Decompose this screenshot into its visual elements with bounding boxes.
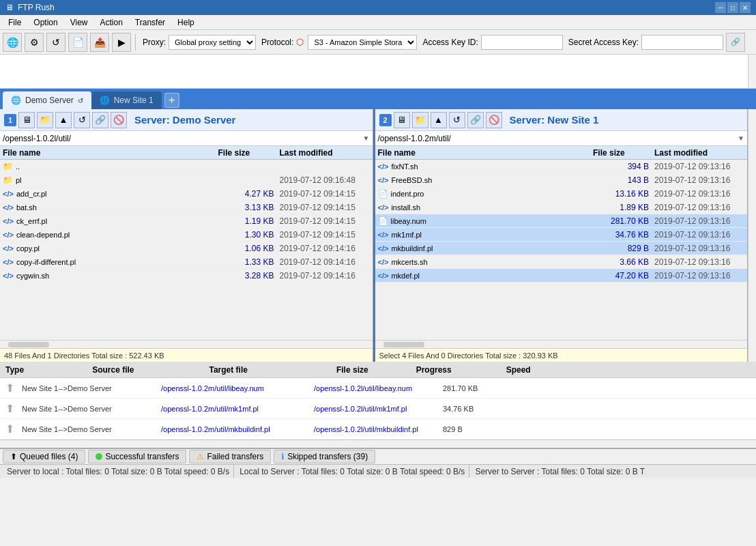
tab-skipped-label: Skipped transfers (39) xyxy=(287,452,368,461)
col-header-name-left[interactable]: File name xyxy=(0,148,216,158)
col-header-size-left[interactable]: File size xyxy=(216,148,277,158)
terminal-button[interactable]: ▶ xyxy=(112,33,131,52)
file-name: mkcerts.sh xyxy=(391,258,427,266)
tab-new-site-1[interactable]: 🌐 New Site 1 xyxy=(91,91,162,109)
list-item[interactable]: ⬆ New Site 1-->Demo Server /openssl-1.0.… xyxy=(0,378,756,399)
menu-file[interactable]: File xyxy=(3,16,27,29)
panel-right-refresh-btn[interactable]: ↺ xyxy=(449,112,465,128)
panel-right-path-arrow[interactable]: ▼ xyxy=(738,134,744,142)
list-item[interactable]: ⬆ New Site 1-->Demo Server /openssl-1.0.… xyxy=(0,419,756,440)
connect-button[interactable]: 🌐 xyxy=(3,33,22,52)
tab-queued[interactable]: ⬆ Queued files (4) xyxy=(3,450,85,463)
status-bar: Server to local : Total files: 0 Total s… xyxy=(0,464,756,478)
panel-left-refresh-btn[interactable]: ↺ xyxy=(74,112,90,128)
panel-left-stop-btn[interactable]: 🚫 xyxy=(111,112,127,128)
table-row[interactable]: 📁 pl 2019-07-12 09:16:48 xyxy=(0,173,373,187)
table-row[interactable]: </> bat.sh 3.13 KB 2019-07-12 09:14:15 xyxy=(0,201,373,214)
panel-left-hscroll[interactable] xyxy=(0,340,373,348)
menu-help[interactable]: Help xyxy=(172,16,200,29)
settings-button[interactable]: ⚙ xyxy=(25,33,44,52)
list-item[interactable]: ⬆ New Site 1-->Demo Server /openssl-1.0.… xyxy=(0,399,756,419)
menu-view[interactable]: View xyxy=(65,16,93,29)
minimize-button[interactable]: ─ xyxy=(715,2,726,13)
table-row[interactable]: </> mkdef.pl 47.20 KB 2019-07-12 09:13:1… xyxy=(375,269,748,283)
table-row[interactable]: </> FreeBSD.sh 143 B 2019-07-12 09:13:16 xyxy=(375,173,748,187)
panel-left-link-btn[interactable]: 🔗 xyxy=(92,112,108,128)
secret-key-input[interactable] xyxy=(641,35,723,50)
tab-demo-server[interactable]: 🌐 Demo Server ↺ xyxy=(3,91,91,109)
file-date: 2019-07-12 09:13:16 xyxy=(652,271,747,281)
transfer-hscroll[interactable] xyxy=(0,440,756,448)
tab-successful[interactable]: Successful transfers xyxy=(88,450,186,463)
protocol-select[interactable]: S3 - Amazon Simple Stora xyxy=(308,35,417,50)
tab-refresh-icon: ↺ xyxy=(78,97,83,104)
success-dot xyxy=(96,453,102,460)
tab-failed[interactable]: ⚠ Failed transfers xyxy=(189,450,271,463)
table-row[interactable]: </> cygwin.sh 3.28 KB 2019-07-12 09:14:1… xyxy=(0,269,373,283)
col-header-date-left[interactable]: Last modified xyxy=(277,148,373,158)
panel-right-link-btn[interactable]: 🔗 xyxy=(467,112,484,128)
table-row[interactable]: </> install.sh 1.89 KB 2019-07-12 09:13:… xyxy=(375,201,748,214)
panel-left-path-arrow[interactable]: ▼ xyxy=(363,134,370,142)
transfer-type: New Site 1-->Demo Server xyxy=(22,425,158,433)
file-icon: </> xyxy=(3,244,14,253)
table-row[interactable]: 📁 .. xyxy=(0,160,373,173)
menu-action[interactable]: Action xyxy=(95,16,128,29)
panel-right-desktop-btn[interactable]: 🖥 xyxy=(394,112,410,128)
menu-transfer[interactable]: Transfer xyxy=(130,16,171,29)
table-row[interactable]: </> mkcerts.sh 3.66 KB 2019-07-12 09:13:… xyxy=(375,255,748,269)
file-icon: 📄 xyxy=(378,216,388,226)
tab-skipped[interactable]: ℹ Skipped transfers (39) xyxy=(274,450,375,463)
col-header-size-right[interactable]: File size xyxy=(590,148,652,158)
panel-left-desktop-btn[interactable]: 🖥 xyxy=(18,112,35,128)
file-name: mkdef.pl xyxy=(391,272,420,280)
table-row[interactable]: </> ck_errf.pl 1.19 KB 2019-07-12 09:14:… xyxy=(0,214,373,228)
panel-left-status: 48 Files And 1 Directories Total size : … xyxy=(0,348,373,362)
col-header-date-right[interactable]: Last modified xyxy=(652,148,747,158)
file-date: 2019-07-12 09:14:16 xyxy=(277,257,373,267)
panel-right-folder-btn[interactable]: 📁 xyxy=(412,112,428,128)
add-tab-button[interactable]: + xyxy=(164,93,179,108)
file-icon: </> xyxy=(3,271,14,281)
queued-icon: ⬆ xyxy=(10,452,17,461)
table-row[interactable]: </> mkbuildinf.pl 829 B 2019-07-12 09:13… xyxy=(375,242,748,255)
file-date: 2019-07-12 09:13:16 xyxy=(652,175,747,185)
maximize-button[interactable]: □ xyxy=(727,2,738,13)
file-icon: 📄 xyxy=(378,189,388,199)
table-row[interactable]: </> fixNT.sh 394 B 2019-07-12 09:13:16 xyxy=(375,160,748,173)
proxy-select[interactable]: Global proxy setting xyxy=(169,35,256,50)
table-row[interactable]: 📄 libeay.num 281.70 KB 2019-07-12 09:13:… xyxy=(375,214,748,228)
close-button[interactable]: ✕ xyxy=(740,2,751,13)
panel-right-path-text[interactable]: /openssl-1.0.2m/util/ xyxy=(378,134,738,143)
menu-option[interactable]: Option xyxy=(28,16,63,29)
access-key-input[interactable] xyxy=(481,35,563,50)
file-size: 13.16 KB xyxy=(590,189,652,199)
panel-right-stop-btn[interactable]: 🚫 xyxy=(486,112,502,128)
file-size: 281.70 KB xyxy=(590,216,652,226)
refresh-button[interactable]: ↺ xyxy=(46,33,66,52)
tab-successful-label: Successful transfers xyxy=(105,452,179,461)
upload-button[interactable]: 📤 xyxy=(90,33,109,52)
address-area xyxy=(0,55,756,89)
local-button[interactable]: 📄 xyxy=(68,33,87,52)
panel-right-up-btn[interactable]: ▲ xyxy=(431,112,447,128)
table-row[interactable]: </> clean-depend.pl 1.30 KB 2019-07-12 0… xyxy=(0,228,373,242)
table-row[interactable]: 📄 indent.pro 13.16 KB 2019-07-12 09:13:1… xyxy=(375,187,748,201)
tab-icon-1: 🌐 xyxy=(11,96,21,105)
table-row[interactable]: </> mk1mf.pl 34.76 KB 2019-07-12 09:13:1… xyxy=(375,228,748,242)
connect-s3-button[interactable]: 🔗 xyxy=(726,33,745,52)
col-header-name-right[interactable]: File name xyxy=(375,148,591,158)
panel-left-path-text[interactable]: /openssl-1.0.2l/util/ xyxy=(3,134,363,143)
table-row[interactable]: </> copy.pl 1.06 KB 2019-07-12 09:14:16 xyxy=(0,242,373,255)
transfer-col-speed: Speed xyxy=(506,365,531,375)
panel-left-toolbar: 1 🖥 📁 ▲ ↺ 🔗 🚫 Server: Demo Server xyxy=(0,109,373,131)
panel-right-hscroll[interactable] xyxy=(375,340,748,348)
panels-vscroll[interactable] xyxy=(748,109,756,362)
tab-failed-label: Failed transfers xyxy=(207,452,263,461)
panel-left-folder-btn[interactable]: 📁 xyxy=(37,112,53,128)
table-row[interactable]: </> add_cr.pl 4.27 KB 2019-07-12 09:14:1… xyxy=(0,187,373,201)
file-icon: </> xyxy=(3,216,14,226)
panel-left-up-btn[interactable]: ▲ xyxy=(55,112,72,128)
table-row[interactable]: </> copy-if-different.pl 1.33 KB 2019-07… xyxy=(0,255,373,269)
panel-right-header: File name File size Last modified xyxy=(375,146,748,160)
